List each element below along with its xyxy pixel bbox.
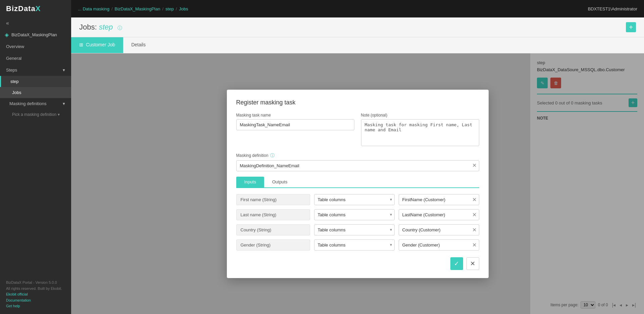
masking-def-info-icon[interactable]: ⓘ [270,152,275,159]
sidebar-step-label: step [10,79,19,84]
tab-details[interactable]: Details [123,37,154,53]
breadcrumb-sep2: / [162,6,163,11]
topbar: ... Data masking / BizDataX_MaskingPlan … [71,0,644,17]
sidebar-general-label: General [6,56,21,61]
input-type-select-0[interactable]: Table columns Custom value Environment v… [314,194,395,205]
input-value-box-0: ✕ [399,194,479,205]
note-textarea[interactable]: Masking task for masking First name, Las… [361,119,479,146]
note-col: Note (optional) Masking task for masking… [361,113,479,147]
modal-tab-outputs-label: Outputs [272,179,288,184]
sidebar-item-general[interactable]: General [0,52,71,64]
breadcrumb-sep1: / [111,6,113,11]
input-type-wrap-3: Table columns Custom value Environment v… [314,239,395,251]
masking-definition-row: ✕ [236,160,479,171]
input-type-select-3[interactable]: Table columns Custom value Environment v… [314,239,395,251]
page-title-prefix: Jobs: [79,23,99,31]
sidebar-item-masking-definitions[interactable]: Masking definitions ▾ [0,98,71,109]
sidebar-item-step[interactable]: step [0,76,71,87]
content-area: step BizDataX_DataSoure_MSSQL.dbo.Custom… [71,53,644,314]
masking-definition-input[interactable] [236,160,479,171]
input-name-1: Last name (String) [236,209,310,220]
cancel-modal-button[interactable]: ✕ [466,257,479,270]
input-mappings: First name (String) Table columns Custom… [236,194,479,251]
note-label: Note (optional) [361,113,479,118]
input-value-box-3: ✕ [399,239,479,251]
input-type-select-2[interactable]: Table columns Custom value Environment v… [314,224,395,235]
add-job-button[interactable]: + [626,22,636,32]
footer-link-help[interactable]: Get help [6,303,65,309]
pick-chevron-icon: ▾ [58,112,60,117]
breadcrumb-step[interactable]: step [165,6,174,11]
input-value-clear-1[interactable]: ✕ [472,212,477,218]
modal-tabs: Inputs Outputs [236,177,479,188]
input-row-1: Last name (String) Table columns Custom … [236,209,479,220]
confirm-button[interactable]: ✓ [450,257,463,270]
tab-customer-job-label: Customer Job [86,42,115,47]
modal-tab-outputs[interactable]: Outputs [264,177,296,188]
masking-def-clear-icon[interactable]: ✕ [472,163,477,168]
masking-def-label-row: Masking definition ⓘ [236,152,479,159]
input-row-0: First name (String) Table columns Custom… [236,194,479,205]
masking-definition-label: Masking definition [236,153,268,158]
sidebar-item-jobs[interactable]: Jobs [0,87,71,98]
check-icon: ✓ [454,260,459,267]
input-name-2: Country (String) [236,224,310,235]
modal-form-row-1: Masking task name Note (optional) Maskin… [236,113,479,147]
topbar-user: BDXTEST1\Administrator [588,6,637,11]
footer-rights: All rights reserved. Built by Ekobit. [6,286,65,292]
modal-overlay: Register masking task Masking task name … [71,53,644,314]
mask-def-chevron-icon: ▾ [63,101,65,106]
input-type-select-1[interactable]: Table columns Custom value Environment v… [314,209,395,220]
sidebar-item-steps[interactable]: Steps ▾ [0,64,71,76]
modal-tab-inputs[interactable]: Inputs [236,177,264,188]
footer-link-docs[interactable]: Documentation [6,298,65,304]
plan-icon: ◈ [5,32,9,38]
info-icon[interactable]: ⓘ [117,25,122,31]
sidebar-collapse-button[interactable]: « [0,17,71,29]
main-content: ... Data masking / BizDataX_MaskingPlan … [71,0,644,314]
masking-task-name-input[interactable] [236,119,354,130]
page-title: Jobs: step ⓘ [79,23,122,32]
collapse-icon: « [6,20,9,26]
modal-tab-inputs-label: Inputs [244,179,256,184]
sidebar-pick-masking-def[interactable]: Pick a masking definition ▾ [0,109,71,120]
tab-details-label: Details [131,42,146,47]
input-type-wrap-0: Table columns Custom value Environment v… [314,194,395,205]
breadcrumb-sep3: / [176,6,177,11]
sidebar-footer: BizDataX Portal - Version 5.0.0 All righ… [0,275,71,314]
sidebar-plan-label: BizDataX_MaskingPlan [11,32,57,37]
sidebar-mask-def-label: Masking definitions [9,101,47,106]
modal-title: Register masking task [236,99,479,106]
input-value-box-1: ✕ [399,209,479,220]
breadcrumb-datamasking[interactable]: ... Data masking [78,6,109,11]
tab-grid-icon: ⊞ [79,42,83,47]
page-title-step: step [99,23,113,31]
tabs-bar: ⊞ Customer Job Details [71,37,644,53]
register-masking-task-modal: Register masking task Masking task name … [227,90,489,278]
input-value-2[interactable] [399,224,479,235]
sidebar-pick-label: Pick a masking definition [12,112,56,117]
breadcrumb-jobs[interactable]: Jobs [179,6,188,11]
sidebar-jobs-label: Jobs [12,90,21,95]
sidebar-item-overview[interactable]: Overview [0,41,71,52]
input-value-clear-2[interactable]: ✕ [472,227,477,233]
masking-task-name-col: Masking task name [236,113,354,147]
input-value-clear-0[interactable]: ✕ [472,196,477,203]
footer-link-ekobit[interactable]: Ekobit official [6,291,65,298]
masking-task-name-label: Masking task name [236,113,354,118]
breadcrumb-plan[interactable]: BizDataX_MaskingPlan [115,6,160,11]
breadcrumb: ... Data masking / BizDataX_MaskingPlan … [78,6,188,11]
input-value-1[interactable] [399,209,479,220]
input-value-0[interactable] [399,194,479,205]
steps-chevron-icon: ▾ [63,68,65,73]
input-value-3[interactable] [399,239,479,251]
logo: BizDataX [0,0,71,17]
tab-customer-job[interactable]: ⊞ Customer Job [71,37,123,53]
sidebar-overview-label: Overview [6,44,24,49]
sidebar-plan[interactable]: ◈ BizDataX_MaskingPlan [0,29,71,41]
masking-def-input-wrap: ✕ [236,160,479,171]
input-value-clear-3[interactable]: ✕ [472,242,477,248]
input-name-3: Gender (String) [236,239,310,251]
page-header: Jobs: step ⓘ + [71,17,644,37]
sidebar: BizDataX « ◈ BizDataX_MaskingPlan Overvi… [0,0,71,314]
